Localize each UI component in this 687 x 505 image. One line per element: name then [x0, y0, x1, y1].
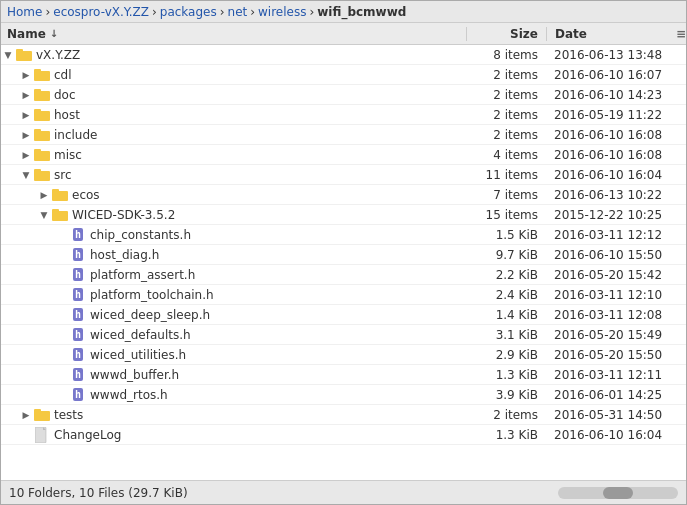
- breadcrumb-sep-1: ›: [152, 5, 157, 19]
- list-item[interactable]: doc2 items2016-06-10 14:23: [1, 85, 686, 105]
- tree-toggle[interactable]: [19, 128, 33, 142]
- list-item[interactable]: hhost_diag.h9.7 KiB2016-06-10 15:50: [1, 245, 686, 265]
- item-date: 2016-05-19 11:22: [546, 108, 686, 122]
- svg-rect-15: [52, 189, 59, 193]
- scrollbar-thumb[interactable]: [603, 487, 633, 499]
- item-date: 2016-03-11 12:08: [546, 308, 686, 322]
- item-size: 2 items: [466, 108, 546, 122]
- breadcrumb-current: wifi_bcmwwd: [317, 5, 406, 19]
- h-file-icon: h: [69, 286, 87, 304]
- list-item[interactable]: src11 items2016-06-10 16:04: [1, 165, 686, 185]
- list-item[interactable]: vX.Y.ZZ8 items2016-06-13 13:48: [1, 45, 686, 65]
- h-file-icon: h: [69, 386, 87, 404]
- tree-toggle[interactable]: [19, 108, 33, 122]
- item-size: 2.2 KiB: [466, 268, 546, 282]
- item-size: 2 items: [466, 88, 546, 102]
- tree-toggle[interactable]: [19, 68, 33, 82]
- item-date: 2016-06-10 14:23: [546, 88, 686, 102]
- list-item[interactable]: hplatform_toolchain.h2.4 KiB2016-03-11 1…: [1, 285, 686, 305]
- item-name: ChangeLog: [54, 428, 121, 442]
- folder-icon: [33, 106, 51, 124]
- tree-toggle[interactable]: [19, 148, 33, 162]
- item-date: 2016-03-11 12:10: [546, 288, 686, 302]
- breadcrumb-sep-3: ›: [250, 5, 255, 19]
- breadcrumb-sep-2: ›: [220, 5, 225, 19]
- breadcrumb-net[interactable]: net: [228, 5, 248, 19]
- list-item[interactable]: hplatform_assert.h2.2 KiB2016-05-20 15:4…: [1, 265, 686, 285]
- list-item[interactable]: include2 items2016-06-10 16:08: [1, 125, 686, 145]
- item-size: 9.7 KiB: [466, 248, 546, 262]
- h-file-icon: h: [69, 226, 87, 244]
- item-name: host: [54, 108, 80, 122]
- col-date-header[interactable]: Date ≡: [546, 27, 686, 41]
- column-headers: Name ↓ Size Date ≡: [1, 23, 686, 45]
- item-size: 1.4 KiB: [466, 308, 546, 322]
- tree-toggle[interactable]: [19, 168, 33, 182]
- scrollbar-track[interactable]: [558, 487, 678, 499]
- item-name: host_diag.h: [90, 248, 159, 262]
- list-item[interactable]: hwiced_deep_sleep.h1.4 KiB2016-03-11 12:…: [1, 305, 686, 325]
- item-name: wiced_deep_sleep.h: [90, 308, 210, 322]
- item-name: wwwd_rtos.h: [90, 388, 168, 402]
- svg-rect-5: [34, 89, 41, 93]
- item-name: ecos: [72, 188, 100, 202]
- list-item[interactable]: hwwwd_buffer.h1.3 KiB2016-03-11 12:11: [1, 365, 686, 385]
- item-size: 3.9 KiB: [466, 388, 546, 402]
- file-list: vX.Y.ZZ8 items2016-06-13 13:48 cdl2 item…: [1, 45, 686, 480]
- breadcrumb-home[interactable]: Home: [7, 5, 42, 19]
- list-item[interactable]: hwiced_utilities.h2.9 KiB2016-05-20 15:5…: [1, 345, 686, 365]
- col-name-label: Name: [7, 27, 46, 41]
- tree-toggle[interactable]: [19, 408, 33, 422]
- list-item[interactable]: cdl2 items2016-06-10 16:07: [1, 65, 686, 85]
- item-name: doc: [54, 88, 76, 102]
- col-date-menu-icon[interactable]: ≡: [676, 27, 686, 41]
- tree-toggle[interactable]: [19, 88, 33, 102]
- col-name-header[interactable]: Name ↓: [1, 27, 466, 41]
- list-item[interactable]: hchip_constants.h1.5 KiB2016-03-11 12:12: [1, 225, 686, 245]
- col-size-header[interactable]: Size: [466, 27, 546, 41]
- list-item[interactable]: hwwwd_rtos.h3.9 KiB2016-06-01 14:25: [1, 385, 686, 405]
- folder-icon: [33, 146, 51, 164]
- item-name: wwwd_buffer.h: [90, 368, 179, 382]
- file-manager-window: Home › ecospro-vX.Y.ZZ › packages › net …: [0, 0, 687, 505]
- breadcrumb-wireless[interactable]: wireless: [258, 5, 306, 19]
- item-name: src: [54, 168, 72, 182]
- tree-toggle[interactable]: [37, 188, 51, 202]
- h-file-icon: h: [69, 366, 87, 384]
- statusbar: 10 Folders, 10 Files (29.7 KiB): [1, 480, 686, 504]
- list-item[interactable]: tests2 items2016-05-31 14:50: [1, 405, 686, 425]
- item-date: 2016-06-10 16:07: [546, 68, 686, 82]
- h-file-icon: h: [69, 266, 87, 284]
- item-date: 2016-06-01 14:25: [546, 388, 686, 402]
- tree-toggle[interactable]: [1, 48, 15, 62]
- item-date: 2016-06-10 16:08: [546, 128, 686, 142]
- item-name: chip_constants.h: [90, 228, 191, 242]
- item-name: platform_toolchain.h: [90, 288, 214, 302]
- tree-toggle[interactable]: [37, 208, 51, 222]
- breadcrumb-sep-4: ›: [309, 5, 314, 19]
- list-item[interactable]: hwiced_defaults.h3.1 KiB2016-05-20 15:49: [1, 325, 686, 345]
- item-date: 2016-05-20 15:42: [546, 268, 686, 282]
- statusbar-text: 10 Folders, 10 Files (29.7 KiB): [9, 486, 188, 500]
- svg-rect-11: [34, 149, 41, 153]
- item-date: 2016-05-20 15:49: [546, 328, 686, 342]
- item-date: 2016-06-10 16:08: [546, 148, 686, 162]
- list-item[interactable]: ecos7 items2016-06-13 10:22: [1, 185, 686, 205]
- scrollbar-area: [558, 487, 678, 499]
- breadcrumb-packages[interactable]: packages: [160, 5, 217, 19]
- item-size: 7 items: [466, 188, 546, 202]
- breadcrumb-ecospro[interactable]: ecospro-vX.Y.ZZ: [53, 5, 149, 19]
- list-item[interactable]: misc4 items2016-06-10 16:08: [1, 145, 686, 165]
- item-name: wiced_defaults.h: [90, 328, 191, 342]
- folder-icon: [51, 206, 69, 224]
- item-size: 15 items: [466, 208, 546, 222]
- list-item[interactable]: ChangeLog1.3 KiB2016-06-10 16:04: [1, 425, 686, 445]
- list-item[interactable]: WICED-SDK-3.5.215 items2015-12-22 10:25: [1, 205, 686, 225]
- list-item[interactable]: host2 items2016-05-19 11:22: [1, 105, 686, 125]
- h-file-icon: h: [69, 306, 87, 324]
- folder-icon: [51, 186, 69, 204]
- item-size: 2 items: [466, 408, 546, 422]
- h-file-icon: h: [69, 246, 87, 264]
- svg-rect-3: [34, 69, 41, 73]
- item-name: vX.Y.ZZ: [36, 48, 80, 62]
